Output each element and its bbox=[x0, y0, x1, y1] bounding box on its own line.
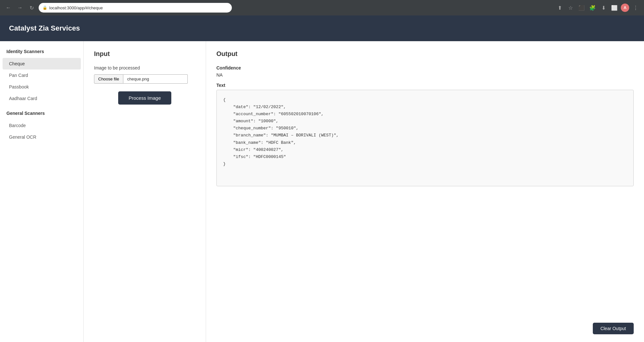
forward-button[interactable]: → bbox=[15, 3, 24, 12]
extensions-icon[interactable]: 🧩 bbox=[588, 3, 597, 12]
sidebar: Identity Scanners Cheque Pan Card Passbo… bbox=[0, 41, 84, 342]
output-title: Output bbox=[216, 50, 634, 58]
browser-right-icons: ⬆ ☆ ⬛ 🧩 ⬇ ⬜ A ⋮ bbox=[555, 3, 640, 12]
choose-file-button[interactable]: Choose file bbox=[94, 74, 123, 84]
text-label: Text bbox=[216, 83, 634, 88]
sidebar-item-general-ocr[interactable]: General OCR bbox=[3, 131, 81, 143]
app-title: Catalyst Zia Services bbox=[9, 24, 80, 32]
sidebar-item-aadhaar-card[interactable]: Aadhaar Card bbox=[3, 93, 81, 104]
process-image-button[interactable]: Process Image bbox=[118, 91, 171, 105]
cast-icon[interactable]: ⬛ bbox=[577, 3, 586, 12]
sidebar-item-pan-card[interactable]: Pan Card bbox=[3, 69, 81, 81]
input-title: Input bbox=[94, 50, 195, 58]
browser-chrome: ← → ↻ 🔒 localhost:3000/app/#/cheque ⬆ ☆ … bbox=[0, 0, 644, 15]
bookmark-icon[interactable]: ☆ bbox=[566, 3, 575, 12]
text-output-box: { "date": "12/02/2022", "account_number"… bbox=[216, 90, 634, 186]
input-panel: Input Image to be processed Choose file … bbox=[84, 41, 206, 342]
url-text: localhost:3000/app/#/cheque bbox=[49, 5, 103, 10]
sidebar-item-passbook[interactable]: Passbook bbox=[3, 81, 81, 93]
reload-button[interactable]: ↻ bbox=[27, 3, 36, 12]
identity-scanners-title: Identity Scanners bbox=[0, 49, 83, 58]
profile-avatar[interactable]: A bbox=[621, 4, 629, 12]
file-input-wrapper: Choose file cheque.png bbox=[94, 74, 195, 84]
confidence-label: Confidence bbox=[216, 65, 634, 70]
share-icon[interactable]: ⬆ bbox=[555, 3, 564, 12]
file-input-label: Image to be processed bbox=[94, 65, 195, 70]
app-header: Catalyst Zia Services bbox=[0, 15, 644, 41]
main-layout: Identity Scanners Cheque Pan Card Passbo… bbox=[0, 41, 644, 342]
sidebar-item-barcode[interactable]: Barcode bbox=[3, 120, 81, 131]
confidence-value: NA bbox=[216, 72, 634, 78]
output-panel: Output Confidence NA Text { "date": "12/… bbox=[206, 41, 644, 342]
general-scanners-title: General Scanners bbox=[0, 111, 83, 120]
lock-icon: 🔒 bbox=[43, 5, 47, 10]
menu-icon[interactable]: ⋮ bbox=[631, 3, 640, 12]
sidebar-item-cheque[interactable]: Cheque bbox=[3, 58, 81, 69]
clear-output-button[interactable]: Clear Output bbox=[593, 323, 634, 334]
back-button[interactable]: ← bbox=[4, 3, 13, 12]
window-icon[interactable]: ⬜ bbox=[610, 3, 619, 12]
file-name-display: cheque.png bbox=[123, 74, 188, 84]
address-bar[interactable]: 🔒 localhost:3000/app/#/cheque bbox=[39, 3, 232, 13]
download-icon[interactable]: ⬇ bbox=[599, 3, 608, 12]
content-area: Input Image to be processed Choose file … bbox=[84, 41, 644, 342]
